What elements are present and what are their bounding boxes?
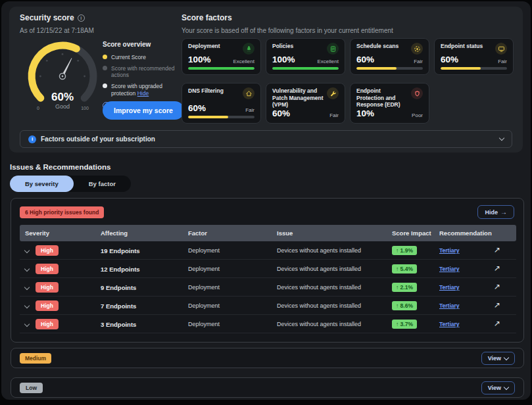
factor-rating: Fair [498,59,507,64]
external-link-icon[interactable] [494,245,500,254]
expand-chevron-icon[interactable] [24,322,30,327]
score-timestamp: As of 12/15/22 at 7:18AM [20,27,94,34]
info-icon: i [28,135,36,143]
external-link-icon[interactable] [494,282,500,291]
low-priority-panel: Low View [11,377,524,398]
score-factors-title: Score factors [181,13,232,22]
recommendation-link[interactable]: Tertiary [439,284,460,291]
factor-rating: Excellent [318,59,339,64]
gauge-value-label: 60% [51,91,74,103]
issue-cell: Devices without agents installed [277,260,361,278]
affecting-cell: 9 Endpoints [101,278,136,297]
expand-chevron-icon[interactable] [24,266,30,272]
factor-score-value: 60% [441,55,458,64]
arrow-right-icon [500,208,507,216]
high-priority-issues-panel: 6 High priority issues found Hide Severi… [11,198,524,343]
score-factor-card: Vulnerability and Patch Management (VPM)… [266,83,345,124]
factor-name: Vulnerability and Patch Management (VPM) [272,87,324,108]
policy-document-icon [327,43,339,55]
issues-recommendations-title: Issues & Recommendations [10,163,110,171]
info-icon[interactable]: i [78,14,85,22]
legend-current-score: Current Score [103,54,185,61]
expand-chevron-icon[interactable] [24,303,30,308]
external-link-icon[interactable] [494,264,500,273]
factor-cell: Deployment [188,315,220,333]
current-score-dot-icon [103,55,107,59]
issue-cell: Devices without agents installed [277,241,361,260]
security-score-title: Security score i [20,13,85,22]
recommendation-link[interactable]: Tertiary [439,266,460,272]
score-impact-badge: ↑ 5.4% [392,264,417,274]
monitor-icon [495,43,507,55]
issue-table-row: High 7 Endpoints Deployment Devices with… [20,297,516,315]
external-link-icon[interactable] [494,300,500,310]
recommended-score-dot-icon [103,66,107,70]
recommendation-link[interactable]: Tertiary [439,321,460,327]
factor-cell: Deployment [188,278,220,297]
high-priority-count-badge: 6 High priority issues found [20,206,104,218]
score-factors-subtitle: Your score is based off of the following… [181,27,393,34]
col-affecting: Affecting [101,225,128,241]
factor-rating: Poor [412,112,423,118]
issue-table-row: High 3 Endpoints Deployment Devices with… [20,315,516,333]
factor-name: Deployment [188,43,240,50]
chevron-down-icon [504,384,509,389]
score-impact-badge: ↑ 3.7% [392,320,417,329]
col-score-impact: Score Impact [392,225,431,241]
severity-badge: High [36,245,59,256]
improve-my-score-button[interactable]: Improve my score [103,101,184,120]
factor-progress-bar [441,67,507,70]
factor-score-value: 60% [272,108,290,118]
tab-by-severity[interactable]: By severity [10,176,74,192]
factor-name: Endpoint status [441,43,493,50]
dns-home-icon [243,87,254,99]
factor-score-value: 100% [188,55,211,64]
expand-chevron-icon[interactable] [24,285,30,290]
medium-priority-panel: Medium View [11,348,524,368]
expand-chevron-icon[interactable] [24,248,30,253]
factor-progress-bar [188,67,254,70]
factor-name: Schedule scans [356,43,408,50]
view-low-button[interactable]: View [481,381,515,394]
affecting-cell: 7 Endpoints [101,297,136,315]
security-score-gauge: 60% Good 0 100 [20,37,105,122]
score-factor-card: Schedule scans 60% Fair [350,38,429,75]
app-window: Security score i As of 12/15/22 at 7:18A… [1,1,531,400]
recommendation-link[interactable]: Tertiary [439,302,460,309]
legend-recommended-actions: Score with recommended actions [103,65,185,79]
factor-score-value: 60% [188,103,206,113]
factor-score-value: 10% [356,108,374,118]
score-impact-badge: ↑ 1.9% [392,246,417,255]
severity-badge: High [36,264,59,274]
factor-cell: Deployment [188,260,220,278]
upgraded-score-dot-icon [103,83,107,88]
issue-cell: Devices without agents installed [277,278,361,297]
score-impact-badge: ↑ 2.1% [392,283,417,292]
col-severity: Severity [25,225,49,241]
factor-rating: Excellent [233,59,254,64]
affecting-cell: 12 Endpoints [101,260,140,278]
score-factor-card: Policies 100% Excellent [266,38,345,75]
external-link-icon[interactable] [494,319,500,328]
recommendation-link[interactable]: Tertiary [439,247,460,254]
hide-button[interactable]: Hide [477,205,514,219]
gauge-min-label: 0 [37,106,39,110]
view-medium-button[interactable]: View [481,352,515,365]
factor-rating: Fair [329,112,339,118]
hide-upgraded-link[interactable]: Hide [137,90,149,97]
security-score-panel: Security score i As of 12/15/22 at 7:18A… [9,7,523,153]
issues-table-header: Severity Affecting Factor Issue Score Im… [20,225,516,241]
factor-name: Policies [272,43,324,50]
factors-outside-subscription-row[interactable]: i Factors outside of your subscription [20,130,512,148]
affecting-cell: 19 Endpoints [101,241,140,260]
factor-name: Endpoint Protection and Response (EDR) [356,87,408,108]
factor-progress-bar [188,116,254,118]
dashboard: Security score i As of 12/15/22 at 7:18A… [0,0,532,405]
factor-name: DNS Filtering [188,87,240,95]
shield-icon [411,87,423,99]
tab-by-factor[interactable]: By factor [74,176,131,192]
security-score-title-text: Security score [20,13,74,22]
low-severity-badge: Low [20,383,43,393]
chevron-down-icon [499,135,504,141]
factor-rating: Fair [414,59,423,64]
